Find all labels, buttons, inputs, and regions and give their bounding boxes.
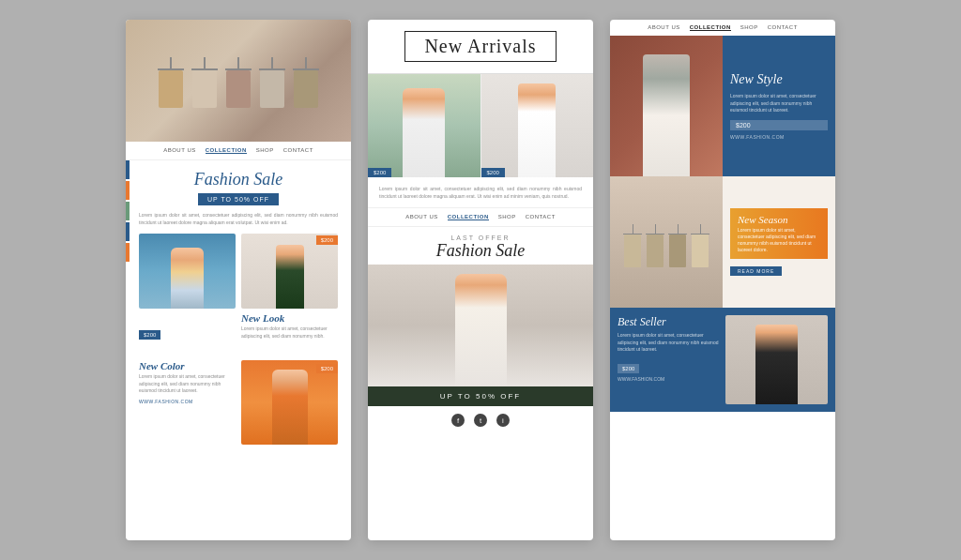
hero-image xyxy=(126,20,351,142)
best-seller-description: Lorem ipsum dolor sit amet, consectetuer… xyxy=(618,332,720,354)
best-seller-price: $200 xyxy=(618,364,639,373)
nav-contact[interactable]: CONTACT xyxy=(283,147,313,154)
card2-product-image-1 xyxy=(368,74,480,177)
product-image-1 xyxy=(139,234,236,309)
price-tag-2: $200 xyxy=(316,235,338,245)
hangers-group xyxy=(157,48,320,114)
hanger-2 xyxy=(191,57,219,114)
season-description: Lorem ipsum dolor sit amet, consectetuer… xyxy=(738,227,820,253)
new-color-description: Lorem ipsum dolor sit amet, consectetuer… xyxy=(139,373,236,395)
hanger-4 xyxy=(258,57,286,114)
sale-badge-text: UP TO 50% OFF xyxy=(374,392,587,401)
card3-middle-section: New Season Lorem ipsum dolor sit amet, c… xyxy=(610,176,835,308)
card2-product-image-2 xyxy=(481,74,594,177)
c3-nav-shop[interactable]: SHOP xyxy=(740,24,758,31)
card2-price-1: $200 xyxy=(368,168,391,177)
card3-hangers-image xyxy=(610,176,723,308)
hanger-3 xyxy=(224,57,252,114)
new-season-badge: New Season Lorem ipsum dolor sit amet, c… xyxy=(730,208,828,259)
product-item-1: $200 xyxy=(139,234,236,340)
nav-shop[interactable]: SHOP xyxy=(256,147,274,154)
website-link-2[interactable]: WWW.FASHION.COM xyxy=(730,134,828,140)
card2-description: Lorem ipsum dolor sit amet, consectetuer… xyxy=(368,177,593,207)
card2-navigation: ABOUT US COLLECTION SHOP CONTACT xyxy=(368,207,593,227)
nav-about[interactable]: ABOUT US xyxy=(163,147,196,154)
card3-new-style-info: New Style Lorem ipsum dolor sit amet, co… xyxy=(723,36,835,176)
product-image-2 xyxy=(241,234,338,309)
instagram-icon[interactable]: i xyxy=(496,414,510,427)
product-item-3: $200 xyxy=(241,360,338,445)
hanger-5 xyxy=(292,57,320,114)
card-fashion-sale: ABOUT US COLLECTION SHOP CONTACT Fashion… xyxy=(126,20,351,540)
last-offer-label: LAST OFFER xyxy=(379,235,582,241)
fashion-sale-title: Fashion Sale xyxy=(379,241,582,261)
card2-price-2: $200 xyxy=(481,168,505,177)
website-link-3[interactable]: WWW.FASHION.COM xyxy=(618,376,720,382)
sale-badge: UP TO 50% OFF xyxy=(368,386,593,406)
hanger-1 xyxy=(157,57,185,114)
c2-nav-contact[interactable]: CONTACT xyxy=(526,214,556,220)
product-item-2: $200 New Look Lorem ipsum dolor sit amet… xyxy=(241,234,338,340)
read-more-button[interactable]: READ MORE xyxy=(730,266,782,276)
card3-new-season: New Season Lorem ipsum dolor sit amet, c… xyxy=(723,176,835,308)
best-seller-info: Best Seller Lorem ipsum dolor sit amet, … xyxy=(618,315,720,404)
card-new-style: ABOUT US COLLECTION SHOP CONTACT New Sty… xyxy=(610,20,835,540)
card-new-arrivals: New Arrivals $200 $200 Lorem xyxy=(368,20,593,540)
style-price: $200 xyxy=(730,120,828,130)
sale-badge: UP TO 50% OFF xyxy=(198,193,279,205)
card3-top-section: New Style Lorem ipsum dolor sit amet, co… xyxy=(610,36,835,176)
card1-title: Fashion Sale xyxy=(139,170,338,189)
card1-body: Fashion Sale UP TO 50% OFF Lorem ipsum d… xyxy=(126,160,351,355)
c2-nav-collection[interactable]: COLLECTION xyxy=(448,214,489,220)
c3-nav-about[interactable]: ABOUT US xyxy=(648,24,680,31)
product-grid: $200 $200 New Look Lorem ipsum dolor sit… xyxy=(139,234,338,340)
nav-collection[interactable]: COLLECTION xyxy=(206,147,247,154)
new-look-heading: New Look xyxy=(241,312,338,324)
card3-navigation: ABOUT US COLLECTION SHOP CONTACT xyxy=(610,20,835,36)
card2-product-1: $200 xyxy=(368,74,480,177)
new-color-section: New Color Lorem ipsum dolor sit amet, co… xyxy=(139,360,236,445)
c2-nav-shop[interactable]: SHOP xyxy=(498,214,516,220)
card1-navigation: ABOUT US COLLECTION SHOP CONTACT xyxy=(126,142,351,160)
c3-nav-contact[interactable]: CONTACT xyxy=(768,24,798,31)
card2-product-grid: $200 $200 xyxy=(368,74,593,177)
style-description: Lorem ipsum dolor sit amet, consectetuer… xyxy=(730,93,828,114)
card2-product-2: $200 xyxy=(481,74,594,177)
new-style-heading: New Style xyxy=(730,72,828,87)
social-links: f t i xyxy=(368,406,593,434)
new-season-heading: New Season xyxy=(738,214,820,225)
c2-nav-about[interactable]: ABOUT US xyxy=(405,214,438,220)
new-look-description: Lorem ipsum dolor sit amet, consectetuer… xyxy=(241,325,338,340)
facebook-icon[interactable]: f xyxy=(451,414,465,427)
best-seller-heading: Best Seller xyxy=(618,315,720,329)
twitter-icon[interactable]: t xyxy=(474,414,487,427)
card3-top-image xyxy=(610,36,723,176)
card2-header: New Arrivals xyxy=(368,20,593,74)
accent-bar xyxy=(126,160,130,355)
sale-product-image xyxy=(368,265,593,386)
price-tag-3: $200 xyxy=(316,364,338,373)
main-container: ABOUT US COLLECTION SHOP CONTACT Fashion… xyxy=(107,1,854,559)
card3-best-seller-section: Best Seller Lorem ipsum dolor sit amet, … xyxy=(610,308,835,412)
price-tag-1: $200 xyxy=(139,330,160,340)
c3-nav-collection[interactable]: COLLECTION xyxy=(690,24,731,31)
website-link-1[interactable]: WWW.FASHION.COM xyxy=(139,399,236,404)
best-seller-image xyxy=(725,315,828,404)
card2-title: New Arrivals xyxy=(404,31,556,62)
new-color-heading: New Color xyxy=(139,360,236,371)
card1-bottom-section: New Color Lorem ipsum dolor sit amet, co… xyxy=(126,355,351,452)
last-offer-section: LAST OFFER Fashion Sale xyxy=(368,227,593,265)
card1-description: Lorem ipsum dolor sit amet, consectetuer… xyxy=(139,211,338,226)
